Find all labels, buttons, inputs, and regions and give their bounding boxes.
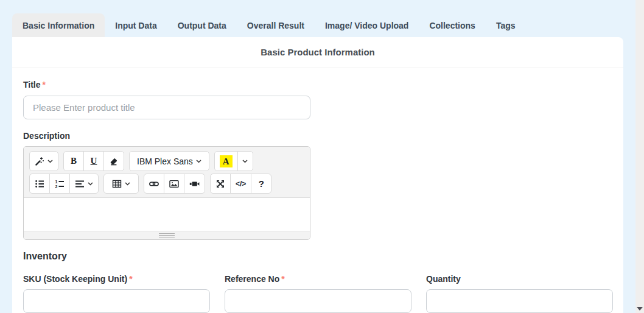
tab-overall-result[interactable]: Overall Result <box>237 13 315 37</box>
font-family-dropdown-button[interactable]: IBM Plex Sans <box>129 151 209 171</box>
ordered-list-button[interactable]: 1 2 <box>49 174 70 194</box>
reference-no-field: Reference No* <box>225 274 411 313</box>
tab-label: Image/ Video Upload <box>325 21 408 30</box>
video-icon <box>189 179 200 189</box>
reference-no-label-text: Reference No <box>225 274 279 284</box>
unordered-list-button[interactable] <box>29 174 50 194</box>
table-dropdown-button[interactable] <box>103 174 139 194</box>
sku-label: SKU (Stock Keeping Unit)* <box>23 274 210 284</box>
chevron-down-icon <box>88 182 93 186</box>
required-asterisk: * <box>129 274 132 284</box>
table-icon <box>112 179 122 189</box>
toolbar-row-1: B U IBM Plex Sans A <box>29 151 304 171</box>
help-glyph: ? <box>259 178 264 189</box>
inventory-fields-row: SKU (Stock Keeping Unit)* Reference No* … <box>23 274 613 313</box>
list-ol-icon: 1 2 <box>55 179 65 189</box>
tab-label: Tags <box>496 21 516 30</box>
title-label-text: Title <box>23 80 41 90</box>
tab-output-data[interactable]: Output Data <box>167 13 237 37</box>
tab-label: Input Data <box>115 21 156 30</box>
fullscreen-icon <box>215 179 225 189</box>
font-color-button[interactable]: A <box>214 151 238 171</box>
highlighted-a-glyph: A <box>220 155 233 167</box>
codeview-glyph: </> <box>236 180 246 188</box>
title-label: Title* <box>23 80 46 90</box>
tab-image-video-upload[interactable]: Image/ Video Upload <box>315 13 419 37</box>
bold-button[interactable]: B <box>63 151 84 171</box>
eraser-icon <box>109 156 119 166</box>
magic-style-dropdown-button[interactable] <box>29 151 58 171</box>
quantity-label: Quantity <box>426 274 613 284</box>
codeview-button[interactable]: </> <box>230 174 251 194</box>
tab-basic-information[interactable]: Basic Information <box>12 13 105 37</box>
sku-input[interactable] <box>23 289 210 313</box>
tab-input-data[interactable]: Input Data <box>105 13 167 37</box>
required-asterisk: * <box>281 274 284 284</box>
inventory-heading: Inventory <box>23 251 67 262</box>
chevron-down-icon <box>242 160 248 163</box>
required-asterisk: * <box>43 80 46 90</box>
description-rich-text-editor: B U IBM Plex Sans A <box>23 146 310 240</box>
picture-icon <box>169 179 179 189</box>
description-label: Description <box>23 131 70 141</box>
paragraph-align-dropdown-button[interactable] <box>69 174 99 194</box>
vertical-scrollbar[interactable] <box>635 0 644 313</box>
chevron-down-icon <box>47 160 53 163</box>
reference-no-label: Reference No* <box>225 274 411 284</box>
reference-no-input[interactable] <box>225 289 411 313</box>
tab-label: Collections <box>429 21 475 30</box>
clear-formatting-button[interactable] <box>103 151 124 171</box>
tab-label: Overall Result <box>247 21 304 30</box>
svg-text:2: 2 <box>55 185 58 189</box>
resize-grip-icon <box>159 235 175 236</box>
scroll-down-arrow-icon[interactable] <box>637 307 643 311</box>
chevron-down-icon <box>196 160 201 163</box>
color-dropdown-button[interactable] <box>237 151 253 171</box>
panel-title: Basic Product Information <box>12 37 623 68</box>
svg-text:1: 1 <box>55 179 58 183</box>
underline-glyph: U <box>91 156 97 166</box>
editor-resize-bar[interactable] <box>24 231 310 239</box>
font-style-group: B U <box>63 151 124 171</box>
insert-group <box>144 174 205 194</box>
help-button[interactable]: ? <box>251 174 271 194</box>
bold-glyph: B <box>71 156 77 166</box>
link-icon <box>149 179 159 189</box>
table-group <box>103 174 139 194</box>
insert-link-button[interactable] <box>144 174 164 194</box>
color-group: A <box>214 151 253 171</box>
title-input[interactable] <box>23 96 310 119</box>
style-group <box>29 151 58 171</box>
editor-toolbar: B U IBM Plex Sans A <box>24 147 310 198</box>
view-group: </> ? <box>210 174 271 194</box>
chevron-down-icon <box>125 182 130 186</box>
paragraph-group: 1 2 <box>29 174 99 194</box>
underline-button[interactable]: U <box>83 151 104 171</box>
insert-picture-button[interactable] <box>164 174 184 194</box>
sku-label-text: SKU (Stock Keeping Unit) <box>23 274 127 284</box>
tab-bar: Basic Information Input Data Output Data… <box>12 13 526 37</box>
sku-field: SKU (Stock Keeping Unit)* <box>23 274 210 313</box>
font-family-group: IBM Plex Sans <box>129 151 209 171</box>
list-ul-icon <box>35 179 44 189</box>
basic-information-panel: Basic Product Information Title* Descrip… <box>12 37 623 313</box>
description-edit-area[interactable] <box>24 198 310 231</box>
magic-wand-icon <box>35 156 44 166</box>
quantity-field: Quantity <box>426 274 613 313</box>
fullscreen-button[interactable] <box>210 174 231 194</box>
toolbar-row-2: 1 2 <box>29 174 304 194</box>
tab-label: Output Data <box>178 21 226 30</box>
font-family-value: IBM Plex Sans <box>137 156 193 166</box>
tab-collections[interactable]: Collections <box>419 13 485 37</box>
tab-label: Basic Information <box>23 21 94 30</box>
quantity-input[interactable] <box>426 289 613 313</box>
tab-tags[interactable]: Tags <box>486 13 526 37</box>
insert-video-button[interactable] <box>184 174 205 194</box>
paragraph-align-icon <box>75 179 85 189</box>
quantity-label-text: Quantity <box>426 274 461 284</box>
